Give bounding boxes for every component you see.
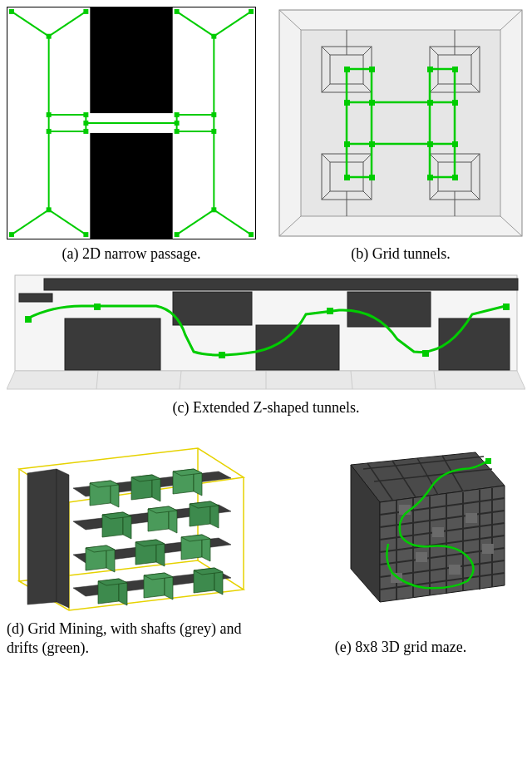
svg-rect-24	[83, 232, 88, 237]
svg-rect-96	[452, 141, 458, 147]
caption-c: (c) Extended Z-shaped tunnels.	[173, 398, 360, 417]
svg-rect-93	[344, 141, 350, 147]
svg-rect-100	[452, 175, 458, 180]
svg-rect-97	[344, 175, 350, 180]
panel-b-grid-tunnels	[276, 7, 525, 239]
svg-marker-128	[57, 469, 69, 608]
caption-d: (d) Grid Mining, with shafts (grey) and …	[7, 619, 256, 659]
svg-rect-0	[90, 7, 172, 113]
svg-rect-92	[452, 100, 458, 106]
svg-rect-88	[452, 67, 458, 72]
svg-rect-109	[65, 318, 160, 370]
figure-composite: (a) 2D narrow passage.	[7, 7, 525, 659]
svg-rect-190	[449, 565, 461, 575]
svg-rect-199	[485, 458, 491, 464]
svg-rect-26	[175, 232, 180, 237]
svg-rect-86	[369, 67, 375, 72]
svg-line-10	[214, 210, 251, 234]
subfig-b: (b) Grid tunnels.	[276, 7, 525, 264]
svg-rect-38	[175, 129, 180, 134]
svg-rect-112	[347, 292, 431, 327]
caption-e: (e) 8x8 3D grid maze.	[335, 638, 466, 657]
svg-rect-30	[211, 207, 216, 212]
svg-rect-94	[369, 141, 375, 147]
svg-line-5	[49, 210, 86, 234]
svg-rect-91	[427, 100, 433, 106]
svg-rect-20	[9, 232, 14, 237]
subfig-e: (e) 8x8 3D grid maze.	[276, 423, 525, 659]
subfig-c: (c) Extended Z-shaped tunnels.	[7, 269, 525, 417]
svg-rect-110	[173, 292, 252, 325]
row-1: (a) 2D narrow passage.	[7, 7, 525, 264]
svg-rect-191	[482, 544, 494, 554]
svg-rect-113	[439, 318, 510, 370]
caption-a: (a) 2D narrow passage.	[62, 244, 201, 264]
svg-rect-118	[327, 308, 333, 314]
svg-rect-25	[175, 9, 180, 14]
svg-rect-31	[47, 112, 52, 117]
subfig-a: (a) 2D narrow passage.	[7, 7, 256, 264]
svg-rect-116	[94, 304, 101, 310]
svg-rect-29	[211, 34, 216, 39]
svg-rect-108	[44, 279, 518, 290]
svg-rect-27	[47, 34, 52, 39]
svg-rect-23	[83, 9, 88, 14]
svg-rect-40	[211, 129, 216, 134]
svg-line-8	[214, 12, 251, 37]
svg-rect-115	[25, 316, 32, 323]
panel-e-3d-maze	[276, 423, 525, 614]
svg-rect-22	[249, 232, 254, 237]
svg-grid-tunnels	[276, 7, 525, 239]
svg-rect-39	[211, 112, 216, 117]
subfig-d: (d) Grid Mining, with shafts (grey) and …	[7, 423, 256, 659]
svg-rect-1	[90, 133, 172, 239]
svg-rect-42	[301, 30, 500, 216]
svg-line-9	[177, 210, 214, 234]
svg-grid-mining	[7, 423, 256, 614]
svg-line-3	[12, 210, 49, 234]
svg-rect-37	[175, 121, 180, 126]
svg-rect-85	[344, 67, 350, 72]
svg-marker-127	[27, 469, 57, 605]
svg-line-4	[49, 12, 86, 37]
svg-rect-90	[369, 100, 375, 106]
svg-rect-28	[47, 207, 52, 212]
caption-b: (b) Grid tunnels.	[351, 244, 450, 264]
svg-rect-32	[47, 129, 52, 134]
svg-rect-119	[422, 350, 429, 357]
svg-line-2	[12, 12, 49, 37]
svg-rect-187	[432, 527, 444, 537]
svg-2d-narrow-passage	[7, 7, 255, 239]
svg-rect-188	[466, 513, 477, 523]
svg-rect-98	[369, 175, 375, 180]
svg-z-tunnels	[7, 269, 525, 393]
svg-rect-117	[219, 352, 225, 358]
svg-rect-35	[83, 129, 88, 134]
svg-rect-95	[427, 141, 433, 147]
row-3: (d) Grid Mining, with shafts (grey) and …	[7, 423, 525, 659]
panel-a-2d-narrow-passage	[7, 7, 256, 239]
svg-3d-maze	[276, 423, 525, 614]
svg-rect-120	[503, 304, 510, 310]
svg-line-7	[177, 12, 214, 37]
svg-rect-19	[9, 9, 14, 14]
svg-rect-87	[427, 67, 433, 72]
svg-rect-34	[83, 121, 88, 126]
svg-rect-33	[83, 112, 88, 117]
svg-rect-114	[19, 294, 52, 302]
panel-c-z-tunnels	[7, 269, 525, 393]
svg-rect-89	[344, 100, 350, 106]
panel-d-grid-mining	[7, 423, 256, 614]
svg-rect-36	[175, 112, 180, 117]
svg-rect-21	[249, 9, 254, 14]
svg-rect-189	[416, 552, 427, 562]
svg-rect-99	[427, 175, 433, 180]
